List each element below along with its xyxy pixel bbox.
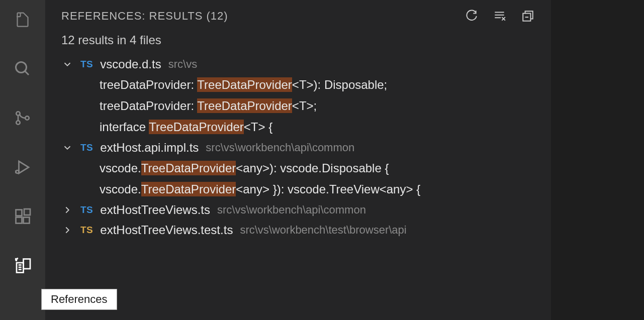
- file-path: src\vs: [168, 58, 197, 71]
- result-line[interactable]: treeDataProvider: TreeDataProvider<T>;: [58, 95, 551, 117]
- result-post: <T>): Disposable;: [292, 78, 387, 91]
- result-pre: interface: [100, 120, 149, 134]
- file-row[interactable]: TSvscode.d.tssrc\vs: [58, 54, 551, 74]
- explorer-icon[interactable]: [11, 8, 35, 32]
- file-name: vscode.d.ts: [100, 57, 161, 71]
- result-pre: vscode.: [100, 182, 141, 196]
- file-row[interactable]: TSextHostTreeViews.test.tssrc\vs\workben…: [58, 220, 551, 240]
- result-post: <T> {: [244, 120, 272, 134]
- tooltip-references: References: [41, 289, 117, 310]
- result-highlight: TreeDataProvider: [141, 161, 236, 175]
- result-highlight: TreeDataProvider: [149, 120, 244, 134]
- refresh-icon[interactable]: [465, 9, 479, 23]
- svg-rect-11: [24, 209, 30, 215]
- svg-point-3: [16, 121, 20, 125]
- result-post: <any> }): vscode.TreeView<any> {: [236, 182, 420, 196]
- chevron-down-icon[interactable]: [61, 58, 73, 70]
- svg-line-1: [25, 71, 29, 75]
- file-row[interactable]: TSextHostTreeViews.tssrc\vs\workbench\ap…: [58, 200, 551, 220]
- result-post: <any>): vscode.Disposable {: [236, 161, 389, 175]
- svg-point-4: [25, 116, 29, 120]
- ts-badge: TS: [80, 59, 93, 70]
- file-name: extHostTreeViews.test.ts: [100, 223, 233, 237]
- chevron-right-icon[interactable]: [61, 204, 73, 216]
- result-pre: vscode.: [100, 161, 141, 175]
- result-line[interactable]: treeDataProvider: TreeDataProvider<T>): …: [58, 74, 551, 95]
- panel-title: REFERENCES: RESULTS (12): [61, 10, 228, 23]
- ts-badge: TS: [80, 204, 93, 216]
- editor-area: [551, 0, 644, 320]
- svg-point-0: [16, 62, 27, 73]
- panel-header: REFERENCES: RESULTS (12): [45, 0, 551, 33]
- result-line[interactable]: vscode.TreeDataProvider<any>): vscode.Di…: [58, 158, 551, 179]
- chevron-down-icon[interactable]: [61, 142, 73, 154]
- search-icon[interactable]: [11, 57, 35, 81]
- results-summary: 12 results in 4 files: [45, 33, 551, 54]
- file-path: src\vs\workbench\test\browser\api: [240, 224, 406, 237]
- file-name: extHostTreeViews.ts: [100, 203, 210, 217]
- file-path: src\vs\workbench\api\common: [206, 141, 354, 154]
- svg-rect-16: [24, 259, 31, 269]
- result-pre: treeDataProvider:: [100, 99, 197, 113]
- ts-badge: TS: [80, 142, 93, 153]
- result-highlight: TreeDataProvider: [197, 77, 292, 92]
- result-post: <T>;: [292, 99, 317, 113]
- ts-badge: TS: [80, 225, 93, 236]
- references-icon[interactable]: [11, 254, 35, 278]
- result-highlight: TreeDataProvider: [197, 98, 292, 113]
- result-highlight: TreeDataProvider: [141, 182, 236, 196]
- result-line[interactable]: vscode.TreeDataProvider<any> }): vscode.…: [58, 179, 551, 200]
- file-row[interactable]: TSextHost.api.impl.tssrc\vs\workbench\ap…: [58, 138, 551, 158]
- run-debug-icon[interactable]: [11, 155, 35, 179]
- file-name: extHost.api.impl.ts: [100, 141, 199, 155]
- result-line[interactable]: interface TreeDataProvider<T> {: [58, 117, 551, 138]
- svg-rect-9: [16, 218, 22, 224]
- chevron-right-icon[interactable]: [61, 224, 73, 236]
- collapse-all-icon[interactable]: [521, 9, 535, 23]
- results-tree: TSvscode.d.tssrc\vstreeDataProvider: Tre…: [45, 54, 551, 240]
- extensions-icon[interactable]: [11, 204, 35, 229]
- panel-actions: [465, 9, 535, 23]
- svg-rect-10: [24, 218, 30, 224]
- result-pre: treeDataProvider:: [100, 78, 197, 91]
- clear-icon[interactable]: [493, 9, 507, 23]
- svg-rect-8: [16, 210, 22, 216]
- activity-bar: References: [0, 0, 45, 320]
- source-control-icon[interactable]: [11, 106, 35, 130]
- file-path: src\vs\workbench\api\common: [217, 203, 366, 217]
- references-panel: REFERENCES: RESULTS (12): [45, 0, 551, 320]
